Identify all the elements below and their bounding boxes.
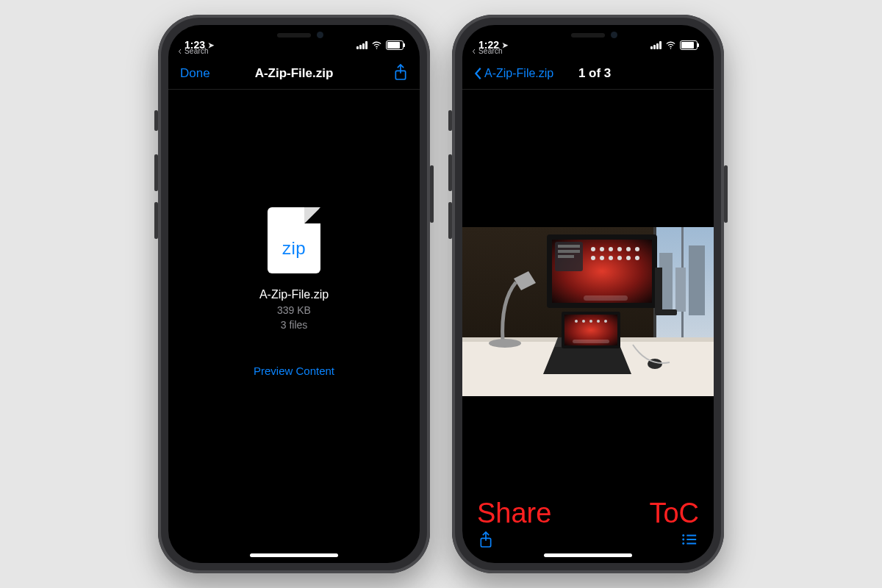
- svg-point-33: [489, 339, 521, 348]
- svg-point-20: [609, 247, 613, 251]
- share-icon: [478, 531, 493, 548]
- file-summary: zip A-Zip-File.zip 339 KB 3 files Previe…: [254, 207, 334, 377]
- svg-point-39: [575, 320, 578, 323]
- svg-point-24: [591, 256, 595, 260]
- svg-point-23: [635, 247, 639, 251]
- mute-switch[interactable]: [154, 110, 158, 131]
- nav-title: A-Zip-File.zip: [246, 66, 342, 81]
- volume-up-button[interactable]: [154, 154, 158, 191]
- phone-left: 1:23 ➤ Search: [158, 15, 430, 573]
- bottom-toolbar: [462, 531, 714, 551]
- breadcrumb-back[interactable]: Search: [471, 47, 503, 55]
- speaker: [277, 33, 311, 37]
- svg-rect-31: [655, 268, 662, 312]
- front-camera: [611, 32, 617, 38]
- svg-point-25: [600, 256, 604, 260]
- annotation-toc: ToC: [649, 498, 699, 529]
- home-indicator[interactable]: [250, 553, 338, 557]
- notch: [232, 25, 356, 46]
- svg-point-40: [582, 320, 585, 323]
- nav-bar: Done A-Zip-File.zip: [168, 57, 420, 90]
- svg-point-29: [635, 256, 639, 260]
- svg-rect-30: [584, 295, 628, 301]
- speaker: [571, 33, 605, 37]
- svg-point-28: [626, 256, 631, 260]
- chevron-left-icon: [474, 67, 483, 80]
- list-button[interactable]: [681, 533, 698, 549]
- svg-rect-16: [558, 250, 580, 253]
- annotation-share: Share: [477, 498, 551, 529]
- svg-point-47: [682, 539, 684, 541]
- notch: [526, 25, 650, 46]
- nav-bar: A-Zip-File.zip 1 of 3: [462, 57, 714, 90]
- svg-point-48: [682, 542, 684, 545]
- svg-point-27: [617, 256, 622, 260]
- svg-point-46: [682, 534, 684, 537]
- share-button[interactable]: [393, 63, 408, 84]
- svg-point-19: [600, 247, 604, 251]
- screen: 1:23 ➤ Search: [168, 25, 420, 563]
- volume-up-button[interactable]: [448, 154, 452, 191]
- svg-rect-32: [655, 309, 677, 315]
- file-name: A-Zip-File.zip: [259, 288, 329, 301]
- back-button[interactable]: A-Zip-File.zip: [474, 67, 553, 80]
- share-icon: [393, 63, 408, 81]
- phone-right: 1:22 ➤ Search: [452, 15, 724, 573]
- svg-rect-11: [689, 245, 705, 315]
- power-button[interactable]: [724, 165, 728, 223]
- done-button[interactable]: Done: [180, 66, 246, 81]
- zip-file-icon: zip: [268, 207, 320, 273]
- volume-down-button[interactable]: [154, 202, 158, 239]
- file-count: 3 files: [281, 319, 308, 331]
- svg-point-22: [626, 247, 631, 251]
- breadcrumb-label: Search: [478, 47, 503, 55]
- svg-point-43: [604, 320, 607, 323]
- file-type-label: zip: [282, 238, 306, 259]
- svg-point-41: [589, 320, 592, 323]
- wifi-icon: [665, 40, 676, 51]
- svg-point-26: [609, 256, 613, 260]
- location-arrow-icon: ➤: [208, 41, 214, 49]
- breadcrumb-label: Search: [184, 47, 209, 55]
- svg-rect-10: [675, 268, 686, 312]
- svg-rect-17: [558, 255, 574, 258]
- svg-point-18: [591, 247, 595, 251]
- svg-point-2: [670, 48, 672, 49]
- screen: 1:22 ➤ Search: [462, 25, 714, 563]
- share-button[interactable]: [478, 531, 493, 551]
- location-arrow-icon: ➤: [502, 41, 508, 49]
- svg-marker-34: [543, 347, 631, 374]
- svg-rect-38: [573, 340, 609, 343]
- list-icon: [681, 533, 698, 546]
- file-size: 339 KB: [277, 304, 311, 316]
- annotation-row: Share ToC: [462, 498, 714, 529]
- svg-point-42: [597, 320, 600, 323]
- power-button[interactable]: [430, 165, 434, 223]
- preview-photo[interactable]: [462, 227, 714, 396]
- volume-down-button[interactable]: [448, 202, 452, 239]
- svg-point-21: [617, 247, 622, 251]
- battery-icon: [680, 40, 698, 50]
- cellular-signal-icon: [650, 41, 662, 49]
- front-camera: [317, 32, 323, 38]
- svg-point-0: [376, 48, 378, 49]
- home-indicator[interactable]: [544, 553, 632, 557]
- nav-title: 1 of 3: [553, 66, 636, 81]
- done-label: Done: [180, 66, 210, 81]
- wifi-icon: [371, 40, 382, 51]
- preview-content-button[interactable]: Preview Content: [254, 365, 334, 377]
- cellular-signal-icon: [356, 41, 368, 49]
- svg-rect-15: [558, 245, 580, 248]
- back-label: A-Zip-File.zip: [484, 67, 553, 80]
- breadcrumb-back[interactable]: Search: [177, 47, 209, 55]
- mute-switch[interactable]: [448, 110, 452, 131]
- battery-icon: [386, 40, 404, 50]
